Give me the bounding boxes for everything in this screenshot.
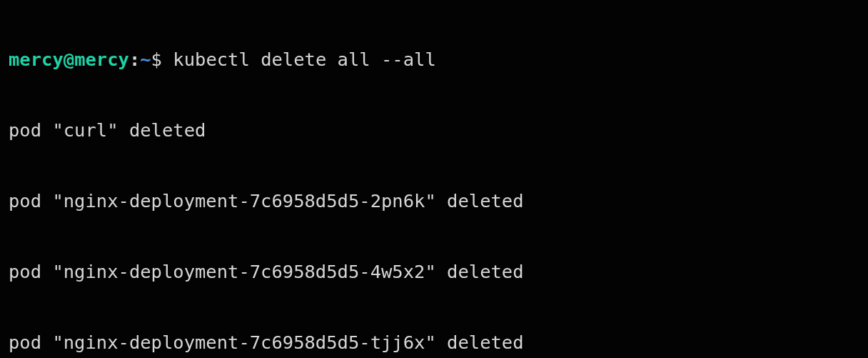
output-line: pod "nginx-deployment-7c6958d5d5-tjj6x" … bbox=[9, 331, 859, 354]
command-text: kubectl delete all --all bbox=[173, 49, 435, 70]
prompt-line-1: mercy@mercy:~$ kubectl delete all --all bbox=[9, 48, 859, 71]
output-line: pod "nginx-deployment-7c6958d5d5-4w5x2" … bbox=[9, 260, 859, 284]
prompt-colon: : bbox=[129, 49, 140, 70]
output-line: pod "nginx-deployment-7c6958d5d5-2pn6k" … bbox=[9, 189, 859, 213]
prompt-user: mercy bbox=[9, 49, 64, 70]
prompt-host: mercy bbox=[74, 49, 129, 70]
prompt-at: @ bbox=[64, 49, 74, 70]
output-line: pod "curl" deleted bbox=[9, 119, 859, 142]
prompt-dollar: $ bbox=[151, 49, 173, 70]
terminal[interactable]: mercy@mercy:~$ kubectl delete all --all … bbox=[0, 0, 868, 358]
prompt-path: ~ bbox=[140, 49, 151, 70]
